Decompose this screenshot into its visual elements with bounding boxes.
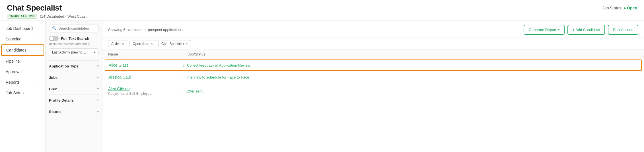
sidebar-item-job-dashboard[interactable]: Job Dashboard [1, 23, 44, 34]
content-header: Showing 6 candidate or prospect applicat… [102, 21, 644, 38]
chevron-down-icon: ▾ [97, 76, 99, 79]
sidebar-item-label: Sourcing [6, 37, 21, 41]
candidate-status-col: ↓ Interview to schedule for Face to Face [182, 75, 638, 79]
candidate-status-col: ↓ Offer sent [182, 89, 638, 93]
filter-section-header-source[interactable]: Source ▾ [49, 109, 99, 114]
filter-tag-label: Active [111, 42, 121, 46]
close-icon[interactable]: × [151, 42, 153, 46]
column-header-name: Name [108, 52, 188, 56]
candidate-name[interactable]: Jessica Caul [108, 75, 182, 79]
job-meta-text: (14)Distributed - West Coast [40, 14, 87, 19]
generate-report-label: Generate Report [529, 28, 556, 32]
candidate-status[interactable]: Offer sent [186, 89, 203, 93]
filter-tag-chat-specialist[interactable]: Chat Specialist × [158, 40, 191, 47]
sidebar: Job Dashboard Sourcing › Candidates Pipe… [0, 21, 46, 152]
candidate-name-col: Alex Gibson Copywriter at Self-Employed [108, 87, 182, 96]
filter-section-label: Source [49, 110, 61, 114]
action-buttons: Generate Report ▾ + Add Candidate Bulk A… [524, 25, 638, 35]
filter-section-header-jobs[interactable]: Jobs ▾ [49, 75, 99, 80]
sidebar-item-label: Pipeline [6, 59, 20, 63]
sidebar-item-pipeline[interactable]: Pipeline [1, 56, 44, 66]
search-input[interactable] [58, 26, 96, 30]
chevron-down-icon: ▾ [94, 50, 96, 54]
filter-section-header-crm[interactable]: CRM ▾ [49, 86, 99, 92]
arrow-down-icon: ↓ [183, 63, 185, 67]
filter-section-header-profile-details[interactable]: Profile Details ▾ [49, 98, 99, 103]
full-text-search-label: Full Text Search [61, 36, 89, 41]
candidate-name-col: Alice Glass [109, 63, 183, 67]
chevron-down-icon: ▾ [97, 110, 99, 114]
job-status-value: ● Open [624, 6, 637, 10]
sort-label: Last Activity (new to ... [52, 50, 86, 54]
filter-section-source: Source ▾ [49, 106, 99, 117]
header-left: Chat Specialist TEMPLATE JOB (14)Distrib… [7, 3, 87, 19]
chevron-down-icon: ▾ [97, 64, 99, 68]
filter-section-jobs: Jobs ▾ [49, 72, 99, 83]
sort-dropdown[interactable]: Last Activity (new to ... ▾ [49, 48, 99, 56]
full-text-search-toggle-row: Full Text Search [49, 36, 99, 41]
search-box[interactable]: 🔍 [49, 24, 99, 32]
job-status-label: Job Status: [602, 6, 622, 10]
filter-section-profile-details: Profile Details ▾ [49, 95, 99, 106]
filter-tag-active[interactable]: Active × [108, 40, 127, 47]
sidebar-item-job-setup[interactable]: Job Setup › [1, 88, 44, 98]
candidate-name[interactable]: Alice Glass [109, 63, 183, 67]
table-header: Name Job/Status [102, 50, 644, 59]
filter-section-application-type: Application Type ▾ [49, 60, 99, 72]
filter-tag-label: Chat Specialist [161, 42, 184, 46]
header: Chat Specialist TEMPLATE JOB (14)Distrib… [0, 0, 644, 21]
filter-section-label: Application Type [49, 64, 79, 68]
chevron-down-icon: ▾ [97, 87, 99, 91]
column-header-job-status: Job/Status [188, 52, 638, 56]
full-text-search-sublabel: (Includes resumes and notes) [49, 42, 99, 46]
toggle-knob [50, 36, 54, 40]
generate-report-button[interactable]: Generate Report ▾ [524, 25, 565, 35]
close-icon[interactable]: × [122, 42, 124, 46]
main-content: Showing 6 candidate or prospect applicat… [102, 21, 644, 152]
chevron-right-icon: › [38, 37, 40, 41]
sidebar-item-label: Candidates [6, 48, 26, 52]
chevron-down-icon: ▾ [97, 98, 99, 102]
bulk-actions-button[interactable]: Bulk Actions [608, 25, 638, 35]
filter-section-label: Jobs [49, 75, 57, 80]
sidebar-item-reports[interactable]: Reports › [1, 77, 44, 87]
candidate-subtitle: Copywriter at Self-Employed [108, 92, 182, 96]
search-icon: 🔍 [52, 26, 57, 30]
sidebar-item-label: Reports [6, 80, 20, 85]
arrow-down-icon: ↓ [182, 89, 184, 93]
candidate-row[interactable]: Jessica Caul ↓ Interview to schedule for… [102, 71, 644, 83]
candidate-name[interactable]: Alex Gibson [108, 87, 182, 91]
chevron-right-icon: › [38, 81, 40, 84]
header-meta: TEMPLATE JOB (14)Distributed - West Coas… [7, 14, 87, 19]
sidebar-item-approvals[interactable]: Approvals [1, 67, 44, 77]
main-layout: Job Dashboard Sourcing › Candidates Pipe… [0, 21, 644, 152]
candidate-row[interactable]: Alice Glass ↓ Collect feedback in Applic… [105, 59, 642, 71]
filter-panel: 🔍 Full Text Search (Includes resumes and… [46, 21, 102, 152]
add-candidate-button[interactable]: + Add Candidate [567, 25, 605, 35]
filter-section-crm: CRM ▾ [49, 83, 99, 95]
sidebar-item-label: Job Setup [6, 91, 24, 95]
filter-tag-label: Open Jobs [133, 42, 149, 46]
candidate-status[interactable]: Interview to schedule for Face to Face [186, 75, 249, 79]
sidebar-item-candidates[interactable]: Candidates [1, 44, 44, 56]
template-badge: TEMPLATE JOB [7, 14, 37, 19]
chevron-right-icon: › [38, 91, 40, 95]
filter-section-header-application-type[interactable]: Application Type ▾ [49, 63, 99, 69]
candidate-name-col: Jessica Caul [108, 75, 182, 79]
bulk-actions-label: Bulk Actions [613, 28, 633, 32]
close-icon[interactable]: × [186, 42, 188, 46]
candidate-status-col: ↓ Collect feedback in Application Review [183, 63, 638, 67]
filter-section-label: CRM [49, 87, 57, 91]
candidate-row[interactable]: Alex Gibson Copywriter at Self-Employed … [102, 83, 644, 99]
filter-tags: Active × Open Jobs × Chat Specialist × [102, 38, 644, 50]
full-text-search-toggle[interactable] [49, 36, 59, 41]
filter-section-label: Profile Details [49, 98, 74, 102]
sidebar-item-sourcing[interactable]: Sourcing › [1, 34, 44, 44]
filter-tag-open-jobs[interactable]: Open Jobs × [129, 40, 156, 47]
candidate-status[interactable]: Collect feedback in Application Review [187, 63, 250, 67]
sidebar-item-label: Job Dashboard [6, 26, 33, 31]
job-status: Job Status: ● Open [602, 6, 637, 10]
arrow-down-icon: ↓ [182, 75, 184, 79]
showing-text: Showing 6 candidate or prospect applicat… [108, 28, 183, 32]
candidates-table: Name Job/Status Alice Glass ↓ Collect fe… [102, 50, 644, 152]
